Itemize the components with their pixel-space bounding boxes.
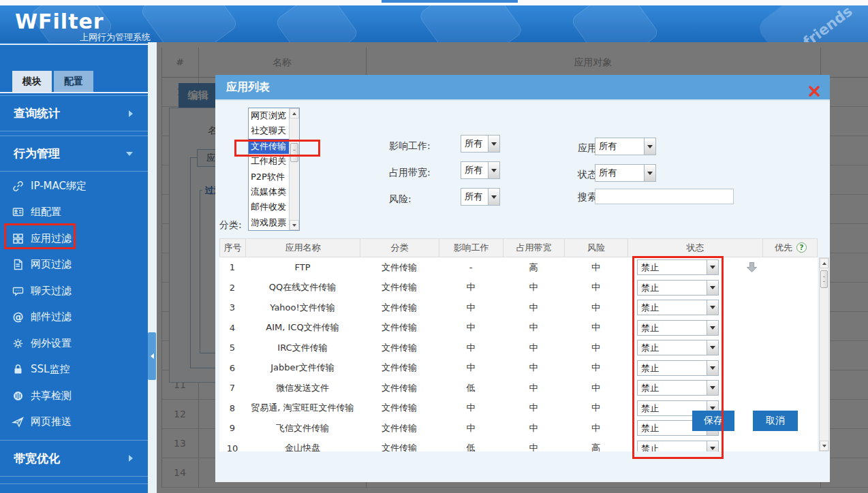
save-button[interactable]: 保存: [692, 411, 734, 431]
search-input[interactable]: [595, 189, 734, 204]
category-listbox: 网页浏览 社交聊天 文件传输 工作相关: [248, 108, 300, 231]
sidebar-item-label: 例外设置: [31, 337, 72, 350]
cell-bandwidth: 中: [503, 362, 564, 374]
select-value: 所有: [595, 138, 644, 155]
sidebar-item-app-filter[interactable]: 应用过滤: [0, 225, 148, 252]
sidebar-item-ssl-monitor[interactable]: SSL监控: [0, 357, 148, 383]
category-option-label: 工作相关: [251, 156, 286, 166]
status-value: 禁止: [638, 321, 707, 335]
category-items: 网页浏览 社交聊天 文件传输 工作相关: [249, 108, 289, 230]
sidebar-item-mail-filter[interactable]: @ 邮件过滤: [0, 304, 148, 331]
paper-plane-icon: [12, 415, 25, 428]
cell-index: 3: [219, 302, 245, 313]
chevron-down-icon: [707, 321, 718, 335]
category-option[interactable]: 邮件收发: [249, 200, 289, 214]
category-option[interactable]: P2P软件: [249, 170, 289, 185]
sidebar-section-query-stats[interactable]: 查询统计: [0, 95, 148, 131]
cell-risk: 中: [564, 402, 627, 414]
help-icon[interactable]: ?: [796, 242, 807, 253]
source-select[interactable]: 所有: [595, 138, 656, 155]
status-select[interactable]: 禁止: [637, 340, 719, 355]
scroll-up-icon[interactable]: [290, 108, 299, 118]
cancel-button[interactable]: 取消: [753, 411, 798, 431]
bandwidth-select[interactable]: 所有: [461, 161, 500, 179]
cell-category: 文件传输: [360, 362, 439, 374]
scrollbar-thumb[interactable]: [820, 270, 828, 288]
impact-label: 影响工作:: [389, 140, 431, 153]
move-down-icon[interactable]: [745, 261, 758, 274]
status-select[interactable]: 禁止: [637, 360, 719, 376]
cell-bandwidth: 中: [503, 281, 564, 293]
top-decor-line: [382, 0, 518, 3]
scrollbar-thumb[interactable]: [290, 143, 298, 162]
app-table-header: 序号 应用名称 分类 影响工作 占用带宽 风险 状态 优先?: [219, 238, 818, 257]
sidebar-item-web-filter[interactable]: 网页过滤: [0, 252, 148, 279]
status-select[interactable]: 禁止: [637, 300, 719, 315]
sidebar-item-group-config[interactable]: 组配置: [0, 200, 148, 226]
impact-select[interactable]: 所有: [461, 135, 500, 153]
sidebar-item-share-detect[interactable]: 共享检测: [0, 383, 148, 409]
section-label: 行为管理: [14, 146, 60, 161]
keyboard-decor-key: [570, 5, 660, 42]
sidebar-item-label: IP-MAC绑定: [31, 180, 87, 193]
status-select[interactable]: 禁止: [637, 320, 719, 336]
chevron-down-icon: [488, 189, 499, 205]
status-select[interactable]: 禁止: [637, 380, 719, 396]
sidebar-item-chat-filter[interactable]: 聊天过滤: [0, 278, 148, 304]
scroll-down-icon[interactable]: [820, 441, 828, 451]
status-select[interactable]: 禁止: [637, 441, 719, 451]
dialog-titlebar: 应用列表: [215, 75, 830, 101]
scroll-down-icon[interactable]: [290, 220, 299, 230]
sidebar-item-label: 应用过滤: [31, 232, 72, 245]
category-option[interactable]: 社交聊天: [249, 123, 289, 138]
category-option[interactable]: 游戏股票: [249, 215, 289, 230]
sidebar-item-exception-settings[interactable]: 例外设置: [0, 330, 148, 357]
chevron-right-icon: [129, 110, 133, 117]
table-scrollbar[interactable]: [819, 257, 829, 451]
status-filter-select[interactable]: 所有: [595, 164, 656, 182]
status-select[interactable]: 禁止: [637, 259, 719, 275]
cell-bandwidth: 中: [503, 321, 564, 334]
cell-bandwidth: 中: [503, 422, 564, 434]
sidebar-collapse-handle[interactable]: [148, 332, 156, 380]
sidebar-item-label: 共享检测: [31, 389, 72, 402]
chevron-down-icon: [644, 138, 655, 155]
cell-index: 2: [219, 283, 245, 293]
chevron-down-icon: [126, 152, 133, 156]
sidebar-item-ip-mac-binding[interactable]: IP-MAC绑定: [0, 173, 148, 200]
category-option[interactable]: 文件传输: [249, 139, 289, 154]
category-option[interactable]: 网页浏览: [249, 108, 289, 123]
status-value: 禁止: [638, 281, 707, 295]
gear-icon: [12, 337, 25, 350]
section-label: 带宽优化: [14, 451, 60, 466]
sidebar-section-bandwidth[interactable]: 带宽优化: [0, 440, 148, 477]
status-value: 禁止: [638, 441, 707, 451]
table-row: 4 AIM, ICQ文件传输 文件传输 中 中 中 禁止: [219, 318, 818, 338]
col-bandwidth: 占用带宽: [503, 239, 565, 257]
risk-select[interactable]: 所有: [461, 188, 500, 206]
category-option-label: 游戏股票: [251, 217, 286, 227]
cell-impact: 中: [439, 302, 503, 314]
cell-risk: 高: [564, 442, 627, 451]
sidebar-gutter: [148, 42, 157, 493]
category-option[interactable]: 流媒体类: [249, 185, 289, 200]
category-option[interactable]: 工作相关: [249, 154, 289, 169]
sidebar: 模块 配置 查询统计 行为管理 IP-MAC绑定 组配置 应用过滤: [0, 42, 148, 493]
tab-modules[interactable]: 模块: [12, 71, 52, 92]
close-icon[interactable]: [808, 82, 820, 94]
table-row: 1 FTP 文件传输 - 高 中 禁止: [219, 257, 818, 278]
chevron-down-icon: [707, 340, 718, 355]
sidebar-item-label: 聊天过滤: [31, 285, 72, 298]
scroll-up-icon[interactable]: [820, 258, 828, 268]
cell-index: 9: [219, 423, 245, 433]
tab-config[interactable]: 配置: [54, 71, 93, 92]
table-row: 6 Jabber文件传输 文件传输 中 中 中 禁止: [219, 358, 818, 379]
listbox-scrollbar[interactable]: [289, 108, 299, 230]
sidebar-section-behavior-mgmt[interactable]: 行为管理: [0, 136, 148, 172]
table-row: 5 IRC文件传输 文件传输 中 中 中 禁止: [219, 338, 818, 358]
status-select[interactable]: 禁止: [637, 280, 719, 296]
sidebar-item-web-push[interactable]: 网页推送: [0, 409, 148, 436]
col-impact: 影响工作: [439, 239, 503, 257]
chevron-down-icon: [707, 281, 718, 295]
bandwidth-label: 占用带宽:: [389, 167, 431, 179]
